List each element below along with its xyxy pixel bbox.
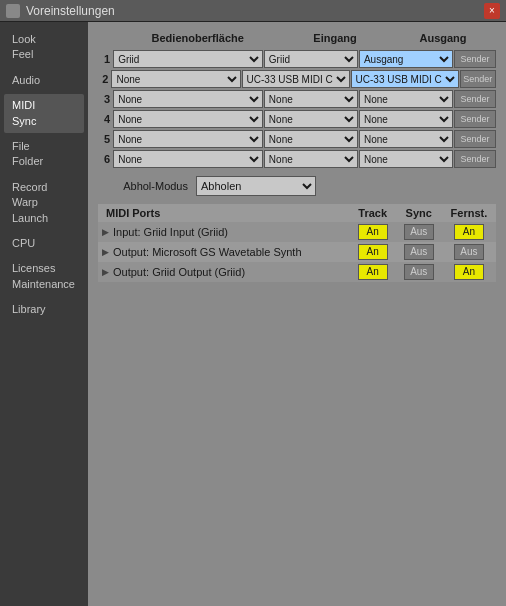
sidebar-label-folder: Folder xyxy=(12,154,76,169)
midi-ports-table: MIDI Ports Track Sync Fernst. ▶Input: Gr… xyxy=(98,204,496,282)
sidebar-label-warp: Warp xyxy=(12,195,76,210)
midi-row: 6NoneNoneNoneSender xyxy=(98,150,496,168)
select-bedienoberflache[interactable]: None xyxy=(113,150,263,168)
port-type: Output: Microsoft GS Wavetable Synth xyxy=(113,246,302,258)
main-layout: Look Feel Audio MIDI Sync File Folder Re… xyxy=(0,22,506,606)
sidebar-label-sync: Sync xyxy=(12,114,76,129)
th-track: Track xyxy=(350,204,396,222)
select-ausgang[interactable]: UC-33 USB MIDI C... xyxy=(351,70,459,88)
port-fernst-cell: An xyxy=(442,222,496,242)
port-sync-cell: Aus xyxy=(396,262,442,282)
port-track-cell: An xyxy=(350,242,396,262)
toggle-fernst-button[interactable]: An xyxy=(454,264,484,280)
abhol-modus-select[interactable]: Abholen Sofort Relativ xyxy=(196,176,316,196)
col-header-ausgang: Ausgang xyxy=(390,32,496,44)
select-eingang[interactable]: UC-33 USB MIDI C... xyxy=(242,70,350,88)
sidebar-item-record-warp-launch[interactable]: Record Warp Launch xyxy=(4,176,84,230)
select-bedienoberflache[interactable]: Griid xyxy=(113,50,263,68)
midi-row: 2NoneUC-33 USB MIDI C...UC-33 USB MIDI C… xyxy=(98,70,496,88)
window-title: Voreinstellungen xyxy=(26,4,115,18)
select-eingang[interactable]: None xyxy=(264,130,358,148)
close-button[interactable]: × xyxy=(484,3,500,19)
midi-port-row: ▶Output: Microsoft GS Wavetable SynthAnA… xyxy=(98,242,496,262)
midi-port-row: ▶Input: Griid Input (Griid)AnAusAn xyxy=(98,222,496,242)
sidebar-item-file-folder[interactable]: File Folder xyxy=(4,135,84,174)
sidebar-item-library[interactable]: Library xyxy=(4,298,84,321)
toggle-sync-button[interactable]: Aus xyxy=(404,224,434,240)
toggle-track-button[interactable]: An xyxy=(358,244,388,260)
toggle-sync-button[interactable]: Aus xyxy=(404,264,434,280)
port-type: Output: Griid Output (Griid) xyxy=(113,266,245,278)
expand-arrow-icon[interactable]: ▶ xyxy=(102,227,109,237)
port-name-cell: ▶Input: Griid Input (Griid) xyxy=(98,222,350,242)
row-number: 2 xyxy=(98,73,110,85)
sidebar-label-record: Record xyxy=(12,180,76,195)
midi-row: 1GriidGriidAusgangSender xyxy=(98,50,496,68)
abhol-modus-label: Abhol-Modus xyxy=(98,180,188,192)
toggle-fernst-button[interactable]: Aus xyxy=(454,244,484,260)
title-bar-left: Voreinstellungen xyxy=(6,4,115,18)
select-bedienoberflache[interactable]: None xyxy=(113,90,263,108)
sender-button[interactable]: Sender xyxy=(454,150,496,168)
select-eingang[interactable]: None xyxy=(264,150,358,168)
row-number: 6 xyxy=(98,153,112,165)
port-type: Input: Griid Input (Griid) xyxy=(113,226,228,238)
content-area: Bedienoberfläche Eingang Ausgang 1GriidG… xyxy=(88,22,506,606)
sender-button[interactable]: Sender xyxy=(454,90,496,108)
row-number: 5 xyxy=(98,133,112,145)
select-bedienoberflache[interactable]: None xyxy=(113,130,263,148)
select-ausgang[interactable]: Ausgang xyxy=(359,50,453,68)
port-name-cell: ▶Output: Griid Output (Griid) xyxy=(98,262,350,282)
app-icon xyxy=(6,4,20,18)
port-track-cell: An xyxy=(350,262,396,282)
toggle-fernst-button[interactable]: An xyxy=(454,224,484,240)
select-ausgang[interactable]: None xyxy=(359,90,453,108)
toggle-track-button[interactable]: An xyxy=(358,264,388,280)
sidebar-label-maintenance: Maintenance xyxy=(12,277,76,292)
sidebar-item-look-feel[interactable]: Look Feel xyxy=(4,28,84,67)
title-bar: Voreinstellungen × xyxy=(0,0,506,22)
sender-button[interactable]: Sender xyxy=(460,70,496,88)
sidebar-label-licenses: Licenses xyxy=(12,261,76,276)
sidebar-label-feel: Feel xyxy=(12,47,76,62)
port-fernst-cell: Aus xyxy=(442,242,496,262)
sender-button[interactable]: Sender xyxy=(454,110,496,128)
sidebar-item-cpu[interactable]: CPU xyxy=(4,232,84,255)
sidebar: Look Feel Audio MIDI Sync File Folder Re… xyxy=(0,22,88,606)
sidebar-label-audio: Audio xyxy=(12,73,76,88)
expand-arrow-icon[interactable]: ▶ xyxy=(102,267,109,277)
midi-row: 3NoneNoneNoneSender xyxy=(98,90,496,108)
select-bedienoberflache[interactable]: None xyxy=(113,110,263,128)
col-header-bedienoberflache: Bedienoberfläche xyxy=(113,32,282,44)
port-sync-cell: Aus xyxy=(396,242,442,262)
sender-button[interactable]: Sender xyxy=(454,50,496,68)
toggle-track-button[interactable]: An xyxy=(358,224,388,240)
sidebar-item-audio[interactable]: Audio xyxy=(4,69,84,92)
midi-row: 4NoneNoneNoneSender xyxy=(98,110,496,128)
midi-port-row: ▶Output: Griid Output (Griid)AnAusAn xyxy=(98,262,496,282)
select-ausgang[interactable]: None xyxy=(359,130,453,148)
col-headers-row: Bedienoberfläche Eingang Ausgang xyxy=(98,32,496,44)
select-ausgang[interactable]: None xyxy=(359,150,453,168)
select-eingang[interactable]: None xyxy=(264,110,358,128)
sidebar-label-file: File xyxy=(12,139,76,154)
toggle-sync-button[interactable]: Aus xyxy=(404,244,434,260)
port-sync-cell: Aus xyxy=(396,222,442,242)
select-eingang[interactable]: None xyxy=(264,90,358,108)
row-number: 3 xyxy=(98,93,112,105)
sidebar-label-midi: MIDI xyxy=(12,98,76,113)
sender-button[interactable]: Sender xyxy=(454,130,496,148)
port-fernst-cell: An xyxy=(442,262,496,282)
port-name-cell: ▶Output: Microsoft GS Wavetable Synth xyxy=(98,242,350,262)
midi-rows: 1GriidGriidAusgangSender2NoneUC-33 USB M… xyxy=(98,50,496,168)
expand-arrow-icon[interactable]: ▶ xyxy=(102,247,109,257)
th-midi-ports: MIDI Ports xyxy=(98,204,350,222)
abhol-modus-row: Abhol-Modus Abholen Sofort Relativ xyxy=(98,176,496,196)
row-number: 4 xyxy=(98,113,112,125)
sidebar-item-midi-sync[interactable]: MIDI Sync xyxy=(4,94,84,133)
sidebar-item-licenses-maintenance[interactable]: Licenses Maintenance xyxy=(4,257,84,296)
select-eingang[interactable]: Griid xyxy=(264,50,358,68)
select-bedienoberflache[interactable]: None xyxy=(111,70,240,88)
th-fernst: Fernst. xyxy=(442,204,496,222)
select-ausgang[interactable]: None xyxy=(359,110,453,128)
